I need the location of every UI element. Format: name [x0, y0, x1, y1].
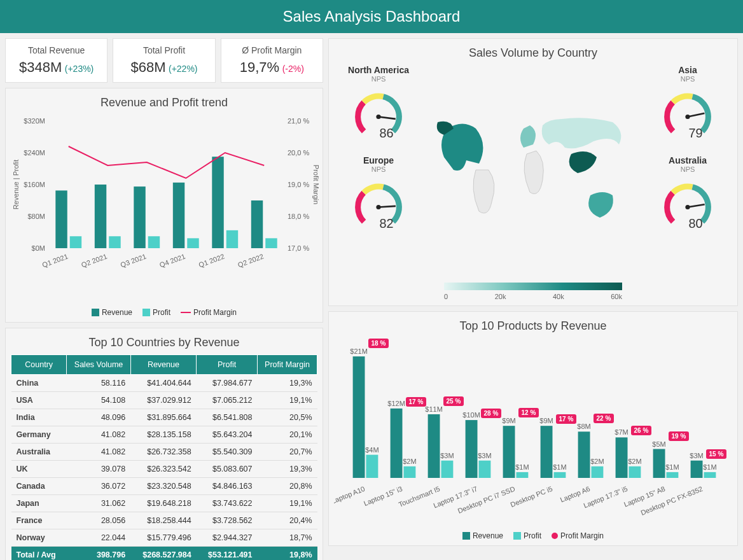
- gauge-region: Europe: [334, 155, 423, 165]
- legend-margin: Profit Margin: [193, 308, 237, 317]
- legend-profit: Profit: [524, 531, 541, 540]
- svg-rect-67: [541, 426, 553, 478]
- svg-rect-57: [466, 420, 478, 478]
- svg-text:Laptop 15" i3: Laptop 15" i3: [363, 485, 403, 507]
- svg-rect-19: [148, 236, 160, 248]
- svg-text:79: 79: [689, 126, 703, 140]
- table-row: Australia41.082$26.732.358$5.540.30920,7…: [11, 444, 317, 461]
- table-header: Profit Margin: [258, 355, 317, 375]
- svg-rect-62: [503, 426, 515, 478]
- svg-text:$0M: $0M: [32, 244, 45, 252]
- table-header: Revenue: [130, 355, 197, 375]
- svg-rect-73: [592, 466, 604, 478]
- gauge-europe: Europe NPS 82: [334, 155, 423, 235]
- svg-text:$80M: $80M: [27, 213, 45, 220]
- margin-annotation: 17 %: [406, 397, 427, 407]
- svg-line-36: [688, 113, 704, 116]
- svg-rect-63: [517, 472, 529, 478]
- products-chart: $21M$4MLaptop A10$12M$2MLaptop 15" i3$11…: [334, 338, 732, 529]
- svg-rect-58: [479, 461, 491, 478]
- svg-text:Q3 2021: Q3 2021: [120, 253, 148, 269]
- svg-rect-88: [704, 472, 716, 478]
- svg-rect-13: [70, 236, 81, 248]
- margin-annotation: 18 %: [368, 339, 389, 348]
- table-row: USA54.108$37.029.912$7.065.21219,1%: [11, 392, 317, 409]
- table-row: China58.116$41.404.644$7.984.67719,3%: [11, 375, 317, 392]
- svg-rect-28: [265, 238, 277, 248]
- margin-annotation: 25 %: [443, 396, 464, 406]
- gauge-sub: NPS: [643, 75, 732, 83]
- table-row: Germany41.082$28.135.158$5.643.20420,1%: [11, 426, 317, 444]
- svg-text:Q4 2021: Q4 2021: [158, 253, 186, 269]
- svg-text:$2M: $2M: [628, 458, 641, 465]
- svg-text:$1M: $1M: [515, 463, 529, 471]
- svg-rect-87: [691, 461, 703, 478]
- svg-text:$4M: $4M: [365, 446, 378, 454]
- svg-text:86: 86: [380, 126, 394, 140]
- tick: 0: [444, 293, 448, 300]
- gauge-region: North America: [334, 65, 423, 75]
- svg-text:19,0 %: 19,0 %: [288, 181, 309, 188]
- tick: 60k: [611, 293, 622, 300]
- margin-annotation: 22 %: [594, 414, 615, 423]
- countries-table-card: Top 10 Countries by Revenue CountrySales…: [5, 328, 323, 560]
- svg-rect-77: [616, 437, 628, 478]
- tick: 40k: [553, 293, 564, 300]
- svg-rect-47: [391, 409, 403, 478]
- svg-text:$1M: $1M: [553, 463, 566, 471]
- svg-point-40: [685, 205, 690, 209]
- svg-text:$160M: $160M: [24, 181, 45, 188]
- map-title: Sales Volume by Country: [334, 46, 732, 60]
- gauge-north-america: North America NPS 86: [334, 65, 423, 145]
- svg-rect-16: [109, 236, 120, 248]
- map-card: Sales Volume by Country North America NP…: [328, 38, 738, 306]
- gauge-sub: NPS: [334, 75, 423, 83]
- svg-text:$9M: $9M: [502, 417, 515, 424]
- margin-annotation: 12 %: [518, 408, 539, 417]
- svg-text:80: 80: [689, 216, 703, 230]
- kpi-total-profit: Total Profit $68M (+22%): [113, 38, 215, 83]
- table-row: India48.096$31.895.664$6.541.80820,5%: [11, 409, 317, 426]
- svg-rect-25: [226, 230, 238, 248]
- svg-text:$3M: $3M: [690, 452, 703, 459]
- svg-rect-68: [554, 472, 566, 478]
- kpi-total-revenue: Total Revenue $348M (+23%): [5, 38, 108, 83]
- svg-text:$9M: $9M: [539, 417, 553, 424]
- map-legend: 0 20k 40k 60k: [334, 277, 732, 300]
- svg-point-37: [685, 115, 690, 119]
- table-row: France28.056$18.258.444$3.728.56220,4%: [11, 512, 317, 529]
- margin-annotation: 15 %: [706, 449, 727, 459]
- kpi-change: (+22%): [169, 64, 198, 74]
- kpi-value: $68M: [130, 59, 165, 75]
- svg-line-30: [378, 117, 396, 119]
- svg-rect-15: [95, 185, 106, 248]
- legend-revenue: Revenue: [473, 531, 503, 540]
- svg-text:Q1 2022: Q1 2022: [198, 253, 226, 269]
- svg-rect-12: [55, 190, 67, 248]
- svg-text:Desktop PC FX-8352: Desktop PC FX-8352: [639, 485, 704, 517]
- svg-rect-42: [353, 356, 365, 478]
- svg-text:$7M: $7M: [615, 428, 628, 436]
- svg-text:$1M: $1M: [665, 463, 679, 471]
- margin-annotation: 17 %: [556, 414, 577, 424]
- svg-text:Profit Margin: Profit Margin: [312, 165, 319, 204]
- svg-text:$5M: $5M: [652, 440, 665, 448]
- svg-text:$8M: $8M: [577, 423, 590, 430]
- svg-text:$10M: $10M: [462, 411, 480, 419]
- page-title: Sales Analysis Dashboard: [0, 0, 743, 33]
- kpi-label: Total Profit: [118, 45, 209, 55]
- chart-title: Revenue and Profit trend: [11, 96, 317, 109]
- svg-line-33: [378, 206, 396, 207]
- svg-rect-43: [366, 455, 378, 478]
- svg-rect-27: [251, 200, 263, 248]
- svg-text:21,0 %: 21,0 %: [288, 117, 309, 125]
- table-header: Sales Volume: [67, 355, 130, 375]
- table-title: Top 10 Countries by Revenue: [11, 336, 317, 349]
- svg-rect-82: [653, 449, 665, 478]
- chart-title: Top 10 Products by Revenue: [334, 319, 732, 333]
- kpi-label: Total Revenue: [11, 45, 102, 55]
- gauge-australia: Australia NPS 80: [643, 155, 732, 235]
- svg-text:$21M: $21M: [350, 347, 368, 355]
- svg-text:Revenue | Profit: Revenue | Profit: [12, 160, 20, 210]
- svg-point-34: [376, 205, 380, 209]
